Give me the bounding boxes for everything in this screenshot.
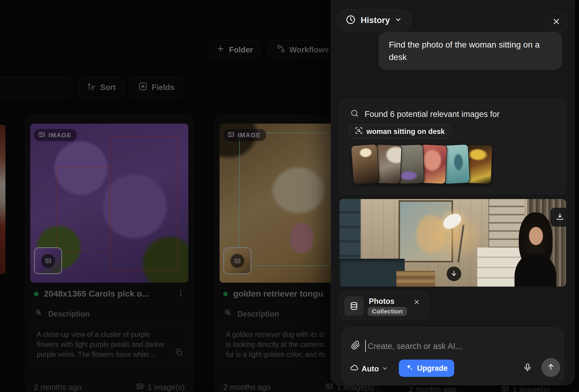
database-icon [344, 296, 364, 316]
image-type-badge: IMAGE [223, 129, 266, 141]
collection-name: Photos [369, 297, 395, 306]
ai-assistant-panel: History Find the photo of the woman sitt… [331, 0, 575, 385]
arrow-down-icon [450, 269, 458, 278]
image-type-badge-label: IMAGE [48, 131, 71, 139]
microphone-icon[interactable] [523, 363, 532, 374]
search-results-card: Found 6 potential relevant images for wo… [339, 99, 566, 194]
image-icon [41, 254, 55, 268]
history-dropdown[interactable]: History [336, 9, 412, 31]
text-search-icon [224, 308, 233, 319]
card-image-count: 1 image(s) [501, 385, 550, 392]
description-field-label: Description [48, 310, 90, 318]
composer-input[interactable]: Create, search or ask AI... [368, 342, 462, 351]
best-match-photo[interactable] [339, 199, 566, 287]
cloud-icon [350, 364, 359, 374]
annotation-box [110, 136, 178, 271]
scroll-down-button[interactable] [447, 267, 461, 281]
workflow-icon [277, 45, 285, 55]
card-title: 2048x1365 Carols pick o... [44, 289, 171, 299]
annotation-box [57, 167, 110, 251]
variant-thumbnail[interactable] [34, 247, 62, 274]
search-icon [350, 109, 359, 120]
send-button[interactable] [541, 358, 560, 377]
chevron-down-icon [395, 16, 402, 25]
result-thumbnails [352, 145, 488, 184]
image-icon [501, 385, 509, 392]
chevron-down-icon [382, 364, 388, 373]
download-icon [556, 212, 564, 222]
text-search-icon [35, 308, 44, 319]
fields-button[interactable]: Fields [130, 77, 183, 98]
image-icon [227, 131, 235, 140]
arrow-up-icon [547, 363, 555, 372]
sort-button[interactable]: Sort [78, 77, 124, 98]
result-thumbnail[interactable] [351, 144, 380, 185]
status-dot [223, 292, 228, 296]
image-type-badge: IMAGE [34, 129, 77, 141]
user-message-bubble: Find the photo of the woman sitting on a… [379, 32, 562, 70]
search-query-chip-label: woman sitting on desk [366, 127, 445, 136]
description-field-label: Description [237, 310, 279, 318]
copy-icon[interactable] [175, 348, 183, 359]
annotation-box [239, 133, 330, 266]
image-icon [325, 382, 333, 392]
results-summary-text: Found 6 potential relevant images for [365, 110, 500, 119]
image-icon [38, 131, 45, 140]
search-query-chip[interactable]: woman sitting on desk [349, 125, 450, 138]
image-icon [230, 254, 244, 268]
card-age: 2 months ago [34, 383, 82, 392]
attachment-icon[interactable] [351, 341, 360, 351]
clock-icon [346, 15, 356, 26]
model-mode-selector[interactable]: Auto [350, 364, 388, 374]
close-icon [552, 17, 561, 27]
workflows-button[interactable]: Workflows [268, 40, 338, 59]
card-age: 2 months ago [409, 385, 457, 392]
results-summary: Found 6 potential relevant images for [350, 109, 500, 120]
remove-context-icon[interactable] [413, 298, 420, 307]
adjacent-card-edge [0, 125, 5, 274]
text-cursor [365, 340, 366, 352]
card-age: 2 months ago [223, 383, 271, 392]
sort-ascending-icon [87, 82, 96, 93]
close-panel-button[interactable] [545, 11, 567, 33]
add-folder-button-label: Folder [229, 45, 253, 55]
download-button[interactable] [551, 208, 566, 227]
image-type-badge-label: IMAGE [238, 131, 261, 139]
collection-type-badge: Collection [368, 307, 407, 316]
workflows-button-label: Workflows [290, 45, 329, 55]
scan-search-icon [355, 127, 363, 136]
app-window: Sort Fields Folder Workflows IMAGE [0, 0, 579, 392]
sort-button-label: Sort [100, 83, 116, 92]
search-box-partial[interactable] [0, 77, 72, 98]
card-image-count: 1 image(s) [136, 382, 185, 392]
image-icon [136, 382, 144, 392]
fields-button-label: Fields [152, 83, 174, 92]
upgrade-button[interactable]: Upgrade [399, 360, 454, 377]
ai-composer[interactable]: Create, search or ask AI... Auto Upgrade [342, 327, 564, 384]
upgrade-button-label: Upgrade [417, 364, 448, 373]
context-collection-chip[interactable]: Photos Collection [339, 292, 428, 319]
model-mode-label: Auto [362, 364, 379, 373]
description-text: A close-up view of a cluster of purple f… [30, 325, 188, 364]
history-dropdown-label: History [361, 15, 390, 25]
sparkles-icon [405, 364, 413, 373]
asterisk-square-icon [138, 82, 147, 93]
variant-thumbnail[interactable] [223, 247, 251, 274]
add-folder-button[interactable]: Folder [209, 40, 260, 59]
kebab-menu-icon[interactable] [177, 289, 185, 298]
status-dot [34, 292, 38, 296]
plus-icon [216, 45, 225, 55]
asset-card-flowers[interactable]: IMAGE 2048x1365 Carols pick o... Descrip… [25, 115, 194, 392]
